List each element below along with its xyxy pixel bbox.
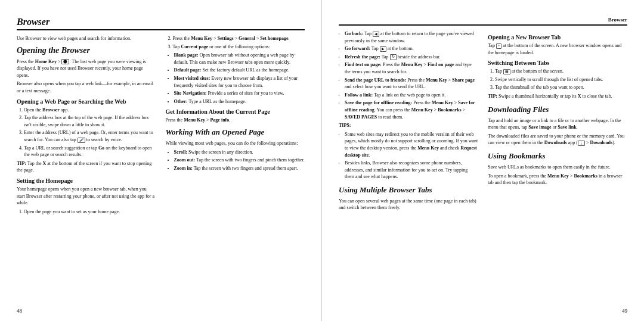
list-item: Zoom in: Tap the screen with two fingers… bbox=[174, 165, 305, 172]
list-item: Tap the thumbnail of the tab you want to… bbox=[495, 84, 627, 91]
list-item: Tap a URL or search suggestion or tap Go… bbox=[24, 145, 156, 158]
working-options: Scroll: Swipe the screen in any directio… bbox=[166, 149, 305, 172]
list-item: Other: Type a URL as the homepage. bbox=[174, 98, 305, 105]
opening-browser-title: Opening the Browser bbox=[17, 46, 156, 55]
list-item: Swipe vertically to scroll through the l… bbox=[495, 76, 627, 83]
list-item: Site Navigation: Provide a series of sit… bbox=[174, 90, 305, 97]
right-col1: Go back: Tap ◀ at the bottom to return t… bbox=[339, 30, 478, 299]
opening-new-tab-title: Opening a New Browser Tab bbox=[488, 34, 627, 40]
left-columns: Use Browser to view web pages and search… bbox=[17, 35, 305, 304]
list-item: Go back: Tap ◀ at the bottom to return t… bbox=[345, 30, 478, 44]
left-page: Browser Use Browser to view web pages an… bbox=[0, 0, 322, 321]
working-opened-page-body: While viewing most web pages, you can do… bbox=[166, 140, 305, 147]
page-actions-list: Go back: Tap ◀ at the bottom to return t… bbox=[339, 30, 478, 120]
using-multiple-tabs-body: You can open several web pages at the sa… bbox=[339, 198, 478, 211]
right-columns: Go back: Tap ◀ at the bottom to return t… bbox=[339, 30, 627, 299]
switching-tabs-list: Tap ▦ at the bottom of the screen. Swipe… bbox=[488, 68, 627, 91]
get-info-body: Press the Menu Key > Page info. bbox=[166, 117, 305, 124]
right-page: Browser Go back: Tap ◀ at the bottom to … bbox=[322, 0, 644, 321]
using-bookmarks-body1: Save web URLs as bookmarks to open them … bbox=[488, 164, 627, 171]
page-spread: Browser Use Browser to view web pages an… bbox=[0, 0, 644, 321]
tips-list: Some web sites may redirect you to the m… bbox=[339, 131, 478, 180]
tip1: TIP: Tap the X at the bottom of the scre… bbox=[17, 160, 156, 174]
setting-homepage-title: Setting the Homepage bbox=[17, 177, 156, 184]
list-item: Follow a link: Tap a link on the web pag… bbox=[345, 92, 478, 99]
list-item: Send the page URL to friends: Press the … bbox=[345, 77, 478, 91]
using-multiple-tabs-title: Using Multiple Browser Tabs bbox=[339, 185, 478, 195]
list-item: Enter the address (URL) of a web page. O… bbox=[24, 129, 156, 143]
tips-label: TIPS: bbox=[339, 122, 478, 129]
downloading-files-title: Downloading Files bbox=[488, 105, 627, 114]
left-col1: Use Browser to view web pages and search… bbox=[17, 35, 156, 304]
left-col2: Press the Menu Key > Settings > General … bbox=[166, 35, 305, 304]
list-item: Some web sites may redirect you to the m… bbox=[345, 131, 478, 158]
right-page-title: Browser bbox=[608, 17, 627, 23]
list-item: Blank page: Open browser tab without ope… bbox=[174, 52, 305, 66]
list-item: Open the page you want to set as your ho… bbox=[24, 208, 156, 216]
using-bookmarks-title: Using Bookmarks bbox=[488, 151, 627, 161]
list-item: Save the page for offline reading: Press… bbox=[345, 99, 478, 120]
get-info-title: Get Information About the Current Page bbox=[166, 108, 305, 115]
list-item: Zoom out: Tap the screen with two finger… bbox=[174, 157, 305, 164]
opening-new-tab-body: Tap + at the bottom of the screen. A new… bbox=[488, 42, 627, 56]
list-item: Scroll: Swipe the screen in any directio… bbox=[174, 149, 305, 156]
list-item: Tap the address box at the top of the we… bbox=[24, 114, 156, 128]
left-page-title: Browser bbox=[17, 17, 49, 27]
opening-browser-body1: Press the Home Key > ⬤. The last web pag… bbox=[17, 58, 156, 79]
right-col2: Opening a New Browser Tab Tap + at the b… bbox=[488, 30, 627, 299]
list-item: Open the Browser app. bbox=[24, 107, 156, 114]
list-item: Refresh the page: Tap ↻ beside the addre… bbox=[345, 54, 478, 61]
list-item: Go forward: Tap ▶ at the bottom. bbox=[345, 45, 478, 52]
open-webpage-list: Open the Browser app. Tap the address bo… bbox=[17, 107, 156, 158]
downloading-files-body2: The downloaded files are saved to your p… bbox=[488, 133, 627, 147]
homepage-options: Blank page: Open browser tab without ope… bbox=[166, 52, 305, 105]
page-number-left: 48 bbox=[17, 308, 22, 314]
list-item: Tap Current page or one of the following… bbox=[173, 43, 305, 51]
downloading-files-body1: Tap and hold an image or a link to a fil… bbox=[488, 117, 627, 131]
list-item: Default page: Set the factory default UR… bbox=[174, 67, 305, 74]
list-item: Find text on page: Press the Menu Key > … bbox=[345, 61, 478, 75]
list-item: Tap ▦ at the bottom of the screen. bbox=[495, 68, 627, 75]
open-webpage-title: Opening a Web Page or Searching the Web bbox=[17, 98, 156, 105]
right-page-header: Browser bbox=[339, 17, 627, 26]
tip2: TIP: Swipe a thumbnail horizontally or t… bbox=[488, 93, 627, 100]
setting-homepage-body: Your homepage opens when you open a new … bbox=[17, 186, 156, 207]
setting-homepage-list: Open the page you want to set as your ho… bbox=[17, 208, 156, 216]
switching-tabs-title: Switching Between Tabs bbox=[488, 60, 627, 66]
intro-text: Use Browser to view web pages and search… bbox=[17, 35, 156, 42]
using-bookmarks-body2: To open a bookmark, press the Menu Key >… bbox=[488, 173, 627, 186]
working-opened-page-title: Working With an Opened Page bbox=[166, 127, 305, 137]
list-item: Besides links, Browser also recognizes s… bbox=[345, 160, 478, 180]
page-number-right: 49 bbox=[622, 308, 627, 314]
list-item: Most visited sites: Every new browser ta… bbox=[174, 75, 305, 89]
opening-browser-body2: Browser also opens when you tap a web li… bbox=[17, 80, 156, 94]
list-item: Press the Menu Key > Settings > General … bbox=[173, 35, 305, 42]
left-page-header: Browser bbox=[17, 17, 305, 30]
homepage-steps: Press the Menu Key > Settings > General … bbox=[166, 35, 305, 50]
